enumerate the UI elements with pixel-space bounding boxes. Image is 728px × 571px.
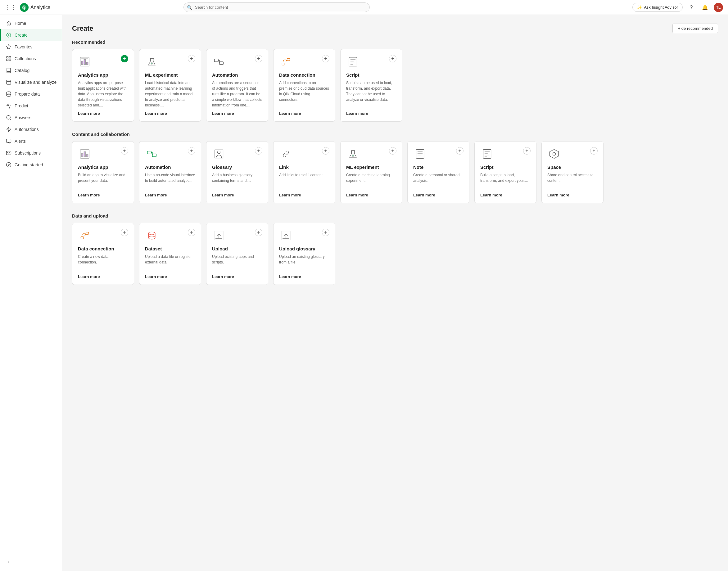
card-data-connection-rec[interactable]: + Data connection Add connections to on-… [273,49,335,122]
learn-more-automation-rec[interactable]: Learn more [212,111,262,116]
learn-more-space-cc[interactable]: Learn more [547,193,598,197]
sidebar-label-catalog: Catalog [15,68,29,73]
add-upload-du-button[interactable]: + [255,229,262,236]
card-header-data-connection-rec: + [279,55,329,69]
card-script-rec[interactable]: + Script Scripts can be used to load, tr… [340,49,402,122]
add-automation-cc-button[interactable]: + [188,147,195,154]
card-desc-ml-cc: Create a machine learning experiment. [346,172,397,190]
sidebar-item-alerts[interactable]: Alerts [0,135,62,147]
svg-rect-7 [9,56,11,58]
sidebar-item-home[interactable]: Home [0,17,62,29]
sidebar-item-prepare[interactable]: Prepare data [0,88,62,100]
notifications-button[interactable]: 🔔 [700,2,710,12]
add-script-cc-button[interactable]: + [523,147,531,154]
card-ml-experiment-rec[interactable]: + ML experiment Load historical data int… [139,49,201,122]
sidebar-item-catalog[interactable]: Catalog [0,65,62,76]
learn-more-link-cc[interactable]: Learn more [279,193,329,197]
learn-more-ml-cc[interactable]: Learn more [346,193,397,197]
qlik-logo[interactable]: Q Analytics [20,3,50,12]
card-analytics-app-rec[interactable]: + Analytics app Analytics apps are purpo… [72,49,134,122]
add-space-cc-button[interactable]: + [590,147,598,154]
card-desc-analytics-app-cc: Build an app to visualize and present yo… [78,172,128,190]
learn-more-dataset-du[interactable]: Learn more [145,274,195,279]
learn-more-script-cc[interactable]: Learn more [480,193,531,197]
svg-point-12 [6,115,10,119]
data-upload-cards-grid: + Data connection Create a new data conn… [72,223,718,285]
hide-recommended-button[interactable]: Hide recommended [672,24,718,33]
card-glossary-cc[interactable]: + Glossary Add a business glossary conta… [206,141,268,203]
user-avatar[interactable]: TL [714,3,723,12]
add-upload-glossary-du-button[interactable]: + [322,229,329,236]
sidebar-item-predict[interactable]: Predict [0,100,62,112]
add-note-cc-button[interactable]: + [456,147,463,154]
card-automation-cc[interactable]: + Automation Use a no-code visual interf… [139,141,201,203]
add-analytics-app-cc-button[interactable]: + [121,147,128,154]
favorites-icon [6,44,11,50]
sidebar-item-subscriptions[interactable]: Subscriptions [0,147,62,159]
add-link-cc-button[interactable]: + [322,147,329,154]
visualize-icon [6,80,11,85]
card-desc-link-cc: Add links to useful content. [279,172,329,190]
add-ml-experiment-cc-button[interactable]: + [389,147,397,154]
card-note-cc[interactable]: + Note Create a personal or shared analy… [407,141,470,203]
card-script-cc[interactable]: + Script Build a script to load, transfo… [475,141,536,203]
card-ml-experiment-cc[interactable]: + ML experiment Create a machine learnin… [340,141,402,203]
learn-more-analytics-app-rec[interactable]: Learn more [78,111,128,116]
automation-cc-icon [145,147,159,161]
add-script-rec-button[interactable]: + [389,55,397,63]
learn-more-note-cc[interactable]: Learn more [413,193,463,197]
learn-more-upload-glossary-du[interactable]: Learn more [279,274,329,279]
sidebar-collapse-button[interactable]: ← [5,557,14,566]
card-upload-glossary-du[interactable]: + Upload glossary Upload an existing glo… [273,223,335,285]
svg-rect-35 [81,153,83,157]
svg-rect-20 [86,63,88,65]
card-automation-rec[interactable]: + Automation Automations are a sequence … [206,49,268,122]
search-input[interactable] [184,2,370,12]
sidebar-item-getting-started[interactable]: Getting started [0,159,62,171]
add-dataset-du-button[interactable]: + [188,229,195,236]
learn-more-ml-rec[interactable]: Learn more [145,111,195,116]
learn-more-upload-du[interactable]: Learn more [212,274,262,279]
card-header-upload-glossary-du: + [279,229,329,242]
learn-more-analytics-app-cc[interactable]: Learn more [78,193,128,197]
dataset-icon [145,229,159,242]
card-analytics-app-cc[interactable]: + Analytics app Build an app to visualiz… [72,141,134,203]
learn-more-glossary-cc[interactable]: Learn more [212,193,262,197]
add-automation-rec-button[interactable]: + [255,55,262,63]
grid-icon[interactable]: ⋮⋮ [5,4,16,11]
card-desc-script-cc: Build a script to load, transform, and e… [480,172,531,190]
card-dataset-du[interactable]: + Dataset Upload a data file or register… [139,223,201,285]
sidebar-item-automations[interactable]: Automations [0,123,62,135]
script-icon [346,55,360,69]
learn-more-data-connection-du[interactable]: Learn more [78,274,128,279]
upload-icon [212,229,226,242]
add-glossary-cc-button[interactable]: + [255,147,262,154]
svg-rect-9 [9,59,11,61]
learn-more-script-rec[interactable]: Learn more [346,111,397,116]
card-desc-analytics-app-rec: Analytics apps are purpose-built applica… [78,80,128,108]
sidebar-item-collections[interactable]: Collections [0,53,62,65]
add-data-connection-rec-button[interactable]: + [322,55,329,63]
sidebar-item-visualize[interactable]: Visualize and analyze [0,76,62,88]
alerts-icon [6,138,11,144]
card-header-ml-cc: + [346,147,397,161]
card-upload-du[interactable]: + Upload Upload existing apps and script… [206,223,268,285]
sidebar-item-create[interactable]: Create [0,29,62,41]
ask-insight-button[interactable]: ✨ Ask Insight Advisor [632,3,683,12]
sidebar-item-answers[interactable]: Answers [0,112,62,123]
card-space-cc[interactable]: + Space Share and control access to cont… [541,141,604,203]
automations-icon [6,127,11,132]
add-data-connection-du-button[interactable]: + [121,229,128,236]
learn-more-data-connection-rec[interactable]: Learn more [279,111,329,116]
card-header-space-cc: + [547,147,598,161]
sidebar-item-favorites[interactable]: Favorites [0,41,62,53]
learn-more-automation-cc[interactable]: Learn more [145,193,195,197]
svg-point-41 [218,151,220,153]
svg-line-13 [10,119,11,119]
section-data-upload: Data and upload [72,213,718,285]
card-data-connection-du[interactable]: + Data connection Create a new data conn… [72,223,134,285]
add-analytics-app-rec-button[interactable]: + [121,55,128,63]
card-link-cc[interactable]: + Link Add links to useful content. Lear… [273,141,335,203]
add-ml-experiment-rec-button[interactable]: + [188,55,195,63]
help-button[interactable]: ? [687,2,696,12]
